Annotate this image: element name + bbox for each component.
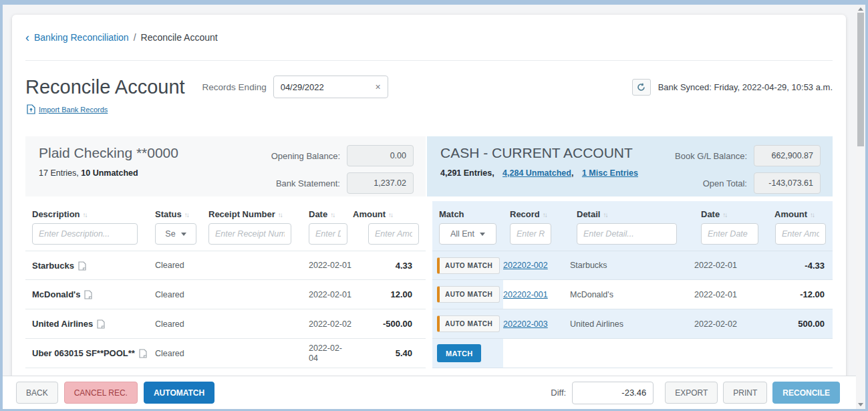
open-total-input[interactable] <box>754 172 821 194</box>
sort-icon[interactable]: ↑↓ <box>810 211 814 219</box>
gl-account-title: CASH - CURRENT ACCOUNT <box>440 145 638 161</box>
sort-icon[interactable]: ↑↓ <box>603 211 607 219</box>
bank-account-title: Plaid Checking **0000 <box>39 145 178 161</box>
description-cell: United Airlines <box>32 319 155 329</box>
match-button[interactable]: MATCH <box>437 344 481 362</box>
record-link[interactable]: 202202-001 <box>503 290 548 299</box>
match-cell: AUTO MATCH <box>432 251 503 279</box>
records-ending-label: Records Ending <box>202 82 267 92</box>
description-filter-input[interactable] <box>32 223 138 245</box>
detail-cell: Starbucks <box>570 251 694 279</box>
gl-amount-filter-input[interactable] <box>775 223 826 245</box>
bank-table-header: Description↑↓ Status↑↓ Receipt Number↑↓ … <box>25 201 426 251</box>
scrollbar-thumb[interactable] <box>857 13 864 146</box>
date-cell: 2022-02-01 <box>309 261 353 270</box>
bank-unmatched-text: 10 Unmatched <box>81 168 138 178</box>
auto-match-badge[interactable]: AUTO MATCH <box>437 286 500 303</box>
description-cell: Uber 063015 SF**POOL** <box>32 348 155 358</box>
chevron-down-icon <box>480 233 485 236</box>
col-amount[interactable]: Amount↑↓ <box>353 209 420 219</box>
gl-date-filter-input[interactable] <box>701 223 758 245</box>
account-panels: Plaid Checking **0000 17 Entries, 10 Unm… <box>25 136 833 196</box>
scroll-up-icon[interactable] <box>858 7 863 11</box>
scroll-down-icon[interactable] <box>858 403 863 406</box>
open-total-label: Open Total: <box>675 178 747 188</box>
sort-icon[interactable]: ↑↓ <box>184 211 188 219</box>
col-gl-date[interactable]: Date↑↓ <box>701 209 774 219</box>
refresh-button[interactable] <box>632 79 651 96</box>
col-gl-amount[interactable]: Amount↑↓ <box>774 209 827 219</box>
sort-icon[interactable]: ↑↓ <box>330 211 334 219</box>
breadcrumb-current: Reconcile Account <box>141 32 218 43</box>
back-button[interactable]: BACK <box>16 382 58 404</box>
col-date[interactable]: Date↑↓ <box>309 209 353 219</box>
bank-balances: Opening Balance: Bank Statement: <box>271 145 414 188</box>
bank-panel-info: Plaid Checking **0000 17 Entries, 10 Unm… <box>39 145 178 188</box>
records-ending-input[interactable] <box>281 82 372 92</box>
sort-icon[interactable]: ↑↓ <box>83 211 87 219</box>
bank-statement-label: Bank Statement: <box>271 178 340 188</box>
import-file-icon[interactable] <box>27 104 35 114</box>
auto-match-badge[interactable]: AUTO MATCH <box>437 257 500 274</box>
receipt-filter-input[interactable] <box>208 223 291 245</box>
status-filter-select[interactable]: Se <box>155 223 196 245</box>
opening-balance-input[interactable] <box>347 145 414 166</box>
gl-amount-cell <box>768 339 833 368</box>
match-filter-select[interactable]: All Ent <box>439 223 496 245</box>
bank-account-panel: Plaid Checking **0000 17 Entries, 10 Unm… <box>25 136 426 196</box>
gl-unmatched-link[interactable]: 4,284 Unmatched <box>502 168 571 178</box>
breadcrumb-parent-link[interactable]: Banking Reconciliation <box>34 32 129 43</box>
gl-amount-cell: -12.00 <box>768 280 833 309</box>
gl-date-cell: 2022-02-01 <box>694 251 768 279</box>
gl-misc-entries-link[interactable]: 1 Misc Entries <box>582 168 638 178</box>
note-icon[interactable] <box>78 261 86 271</box>
match-cell: MATCH <box>432 339 503 368</box>
auto-match-badge[interactable]: AUTO MATCH <box>437 315 500 332</box>
export-button[interactable]: EXPORT <box>665 382 718 404</box>
record-filter-input[interactable] <box>510 223 551 245</box>
gl-table-body: AUTO MATCH 202202-002 Starbucks 2022-02-… <box>432 251 833 368</box>
detail-filter-input[interactable] <box>577 223 677 245</box>
page-background: ‹ Banking Reconciliation / Reconcile Acc… <box>3 5 856 409</box>
record-cell: 202202-001 <box>503 280 570 309</box>
bank-amount-filter-input[interactable] <box>368 223 419 245</box>
col-record[interactable]: Record↑↓ <box>510 209 577 219</box>
note-icon[interactable] <box>97 319 105 329</box>
col-status[interactable]: Status↑↓ <box>155 209 208 219</box>
breadcrumb-divider <box>25 60 833 61</box>
record-link[interactable]: 202202-002 <box>503 261 548 270</box>
col-receipt-number[interactable]: Receipt Number↑↓ <box>208 209 309 219</box>
col-description[interactable]: Description↑↓ <box>32 209 155 219</box>
sort-icon[interactable]: ↑↓ <box>543 211 547 219</box>
cancel-reconciliation-button[interactable]: CANCEL REC. <box>64 382 138 404</box>
bank-date-filter-input[interactable] <box>309 223 347 245</box>
status-cell: Cleared <box>155 261 208 270</box>
amount-cell: -500.00 <box>353 319 420 329</box>
record-link[interactable]: 202202-003 <box>503 319 548 329</box>
note-icon[interactable] <box>84 290 92 299</box>
import-bank-records-link[interactable]: Import Bank Records <box>39 106 108 114</box>
bank-sync-group: Bank Synced: Friday, 2022-04-29, 10:53 a… <box>632 79 833 96</box>
detail-cell <box>570 339 694 368</box>
table-rows: Starbucks Cleared 2022-02-01 4.33 McDona… <box>25 251 833 368</box>
clear-date-icon[interactable]: × <box>371 82 380 92</box>
bank-synced-text: Bank Synced: Friday, 2022-04-29, 10:53 a… <box>658 82 833 92</box>
book-balance-input[interactable] <box>754 145 821 166</box>
chevron-left-icon[interactable]: ‹ <box>25 33 29 42</box>
print-button[interactable]: PRINT <box>723 382 767 404</box>
reconcile-button[interactable]: RECONCILE <box>772 382 840 404</box>
bank-statement-input[interactable] <box>347 172 414 194</box>
bank-table-body: Starbucks Cleared 2022-02-01 4.33 McDona… <box>25 251 426 368</box>
sort-icon[interactable]: ↑↓ <box>388 211 392 219</box>
diff-value-input[interactable] <box>572 382 654 404</box>
bank-entry-counts: 17 Entries, 10 Unmatched <box>39 168 178 178</box>
sort-icon[interactable]: ↑↓ <box>722 211 726 219</box>
col-detail[interactable]: Detail↑↓ <box>577 209 701 219</box>
main-card: ‹ Banking Reconciliation / Reconcile Acc… <box>12 15 846 381</box>
gl-date-cell <box>694 339 768 368</box>
automatch-button[interactable]: AUTOMATCH <box>144 382 214 404</box>
records-ending-datepicker[interactable]: × <box>273 76 388 98</box>
vertical-scrollbar[interactable] <box>856 5 865 409</box>
sort-icon[interactable]: ↑↓ <box>278 211 282 219</box>
note-icon[interactable] <box>139 349 147 358</box>
